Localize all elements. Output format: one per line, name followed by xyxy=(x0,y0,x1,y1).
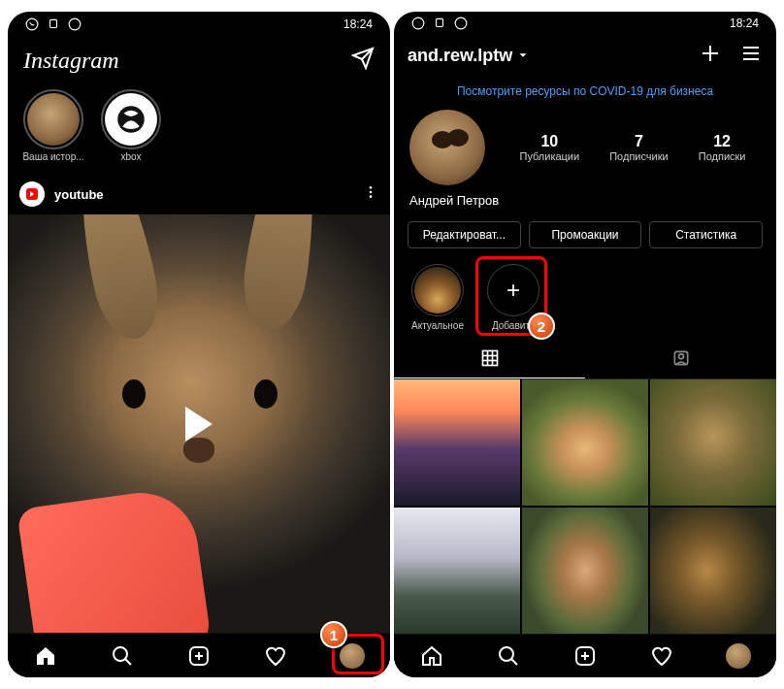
post-more-icon[interactable] xyxy=(363,184,378,204)
nav-create-icon[interactable] xyxy=(178,635,220,677)
post-username[interactable]: youtube xyxy=(54,187,353,202)
svg-point-4 xyxy=(370,186,373,189)
annotation-step-1: 1 xyxy=(320,621,347,648)
post-thumbnail[interactable] xyxy=(650,379,776,506)
promotions-button[interactable]: Промоакции xyxy=(529,221,642,248)
svg-rect-13 xyxy=(437,18,443,26)
stat-followers[interactable]: 7Подписчики xyxy=(609,133,669,162)
clock: 18:24 xyxy=(343,17,373,31)
svg-point-7 xyxy=(114,647,127,661)
chevron-down-icon xyxy=(516,49,530,62)
clock: 18:24 xyxy=(730,16,759,30)
stat-following[interactable]: 12Подписки xyxy=(699,133,746,162)
viber-icon xyxy=(454,16,468,30)
svg-point-12 xyxy=(412,17,424,29)
nav-profile-avatar[interactable] xyxy=(717,635,760,677)
post-header: youtube xyxy=(8,172,390,214)
tab-grid[interactable] xyxy=(394,339,585,378)
post-thumbnail[interactable] xyxy=(394,508,520,634)
nav-search-icon[interactable] xyxy=(487,635,530,677)
play-icon xyxy=(185,407,212,442)
nav-create-icon[interactable] xyxy=(564,635,606,677)
story-your-story[interactable]: Ваша истор... xyxy=(21,89,85,162)
profile-stats-row: 10Публикации 7Подписчики 12Подписки xyxy=(394,108,776,189)
bottom-nav xyxy=(394,634,776,677)
post-thumbnail[interactable] xyxy=(522,379,648,506)
edit-profile-button[interactable]: Редактироват... xyxy=(408,221,521,248)
annotation-step-2: 2 xyxy=(528,312,555,340)
feed-header: Instagram xyxy=(8,37,390,83)
statistics-button[interactable]: Статистика xyxy=(649,221,763,248)
post-video[interactable] xyxy=(8,214,390,633)
profile-tabs xyxy=(394,339,776,379)
story-label: xbox xyxy=(120,151,141,162)
viber-icon xyxy=(68,17,82,31)
svg-point-27 xyxy=(500,647,513,661)
notification-icon xyxy=(433,16,446,30)
profile-display-name: Андрей Петров xyxy=(394,189,776,217)
create-icon[interactable] xyxy=(699,42,722,69)
viber-icon xyxy=(411,16,425,30)
stat-posts[interactable]: 10Публикации xyxy=(520,133,580,162)
menu-icon[interactable] xyxy=(739,42,763,69)
svg-point-14 xyxy=(455,17,467,29)
svg-point-5 xyxy=(370,191,373,194)
nav-activity-icon[interactable] xyxy=(254,635,297,677)
bottom-nav: 1 xyxy=(8,633,390,677)
svg-point-26 xyxy=(678,354,683,359)
instagram-logo: Instagram xyxy=(23,48,119,74)
profile-header: and.rew.lptw xyxy=(394,35,776,77)
highlight-featured[interactable]: Актуальное xyxy=(408,264,468,331)
nav-activity-icon[interactable] xyxy=(640,635,683,677)
profile-buttons: Редактироват... Промоакции Статистика xyxy=(394,217,776,260)
viber-icon xyxy=(25,17,39,31)
svg-line-8 xyxy=(125,659,131,665)
profile-avatar[interactable] xyxy=(409,110,485,185)
post-thumbnail[interactable] xyxy=(394,379,520,506)
notification-icon xyxy=(47,17,60,31)
profile-username-dropdown[interactable]: and.rew.lptw xyxy=(408,46,689,66)
status-bar: 18:24 xyxy=(8,12,390,37)
highlights-tray: Актуальное + Добавить 2 xyxy=(394,260,776,339)
svg-line-28 xyxy=(511,659,517,665)
direct-messages-icon[interactable] xyxy=(351,47,375,74)
nav-search-icon[interactable] xyxy=(101,635,144,677)
story-label: Ваша истор... xyxy=(22,151,83,162)
stories-tray: Ваша истор... xbox xyxy=(8,83,390,172)
youtube-avatar-icon[interactable] xyxy=(19,181,45,207)
status-bar: 18:24 xyxy=(394,12,776,35)
plus-icon: + xyxy=(506,277,520,304)
svg-point-2 xyxy=(69,18,81,30)
post-thumbnail[interactable] xyxy=(650,508,776,634)
svg-rect-1 xyxy=(50,19,57,27)
feed-screen: 18:24 Instagram Ваша истор... xbox youtu… xyxy=(8,12,390,677)
story-xbox[interactable]: xbox xyxy=(99,89,163,162)
posts-grid xyxy=(394,379,776,634)
svg-rect-20 xyxy=(482,351,497,366)
profile-screen: 18:24 and.rew.lptw Посмотрите ресурсы по… xyxy=(394,12,776,677)
post-thumbnail[interactable] xyxy=(522,508,648,634)
svg-point-6 xyxy=(370,195,373,198)
tab-tagged[interactable] xyxy=(585,339,776,378)
nav-home-icon[interactable] xyxy=(24,635,67,677)
nav-home-icon[interactable] xyxy=(410,635,453,677)
covid-resources-link[interactable]: Посмотрите ресурсы по COVID-19 для бизне… xyxy=(394,77,776,108)
